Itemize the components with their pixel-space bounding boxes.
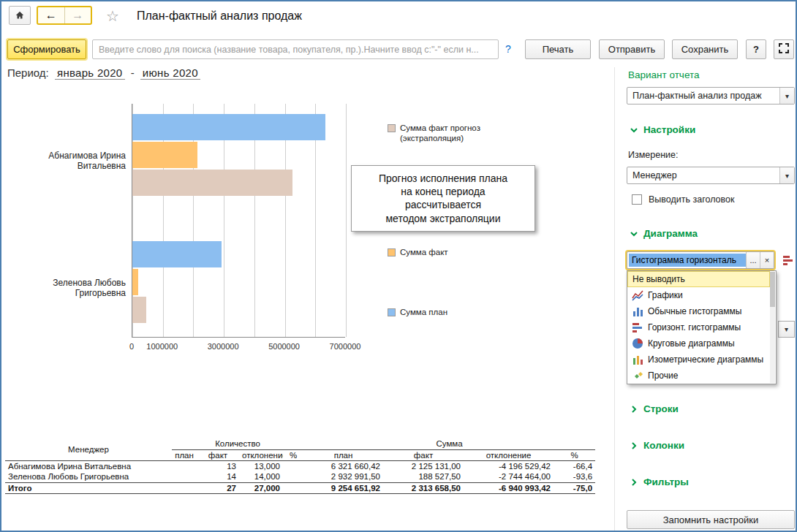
section-filters-label: Фильтры — [643, 476, 689, 487]
section-columns-label: Колонки — [643, 440, 684, 451]
line-chart-icon — [632, 289, 643, 301]
background-dropdown-button[interactable]: ▾ — [778, 321, 795, 338]
hbar-chart-icon — [782, 254, 794, 266]
chevron-down-icon[interactable]: ▾ — [779, 88, 794, 104]
cell-sum-pct: -93,6 — [554, 471, 595, 482]
section-rows-label: Строки — [643, 403, 679, 414]
cell-manager: Абнагимова Ирина Витальевна — [5, 460, 172, 471]
diagram-type-value: Гистограмма горизонталь — [629, 254, 746, 267]
print-button[interactable]: Печать — [525, 39, 591, 59]
group-quantity: Количество — [172, 438, 303, 449]
cell-qty-plan — [172, 460, 197, 471]
period-dash: - — [131, 66, 135, 79]
forward-button[interactable]: → — [65, 7, 91, 23]
popup-item-label: Не выводить — [632, 274, 685, 284]
bar-chart-icon — [632, 305, 643, 317]
section-settings[interactable]: Настройки — [629, 124, 695, 135]
popup-item-label: Прочие — [648, 370, 678, 381]
cell-sum-plan: 6 321 660,42 — [303, 460, 383, 471]
popup-item-hbars[interactable]: Горизонт. гистограммы — [627, 319, 770, 335]
section-settings-label: Настройки — [643, 124, 695, 135]
report-variant-dropdown[interactable]: План-фактный анализ продаж ▾ — [627, 87, 795, 104]
period-label: Период: — [7, 66, 49, 79]
home-icon — [15, 10, 25, 20]
send-button[interactable]: Отправить — [599, 39, 665, 59]
cell-sum-fact: 2 125 131,00 — [383, 460, 464, 471]
popup-item-iso[interactable]: Изометрические диаграммы — [627, 352, 770, 368]
table-row[interactable]: Абнагимова Ирина Витальевна 13 13,000 6 … — [5, 460, 595, 471]
show-title-checkbox[interactable] — [632, 194, 642, 205]
help-button[interactable]: ? — [746, 39, 766, 59]
x-tick-label: 1000000 — [146, 342, 178, 351]
home-button[interactable] — [9, 6, 31, 25]
legend-swatch-plan — [388, 308, 396, 316]
popup-item-none[interactable]: Не выводить — [627, 271, 770, 287]
x-tick-label: 5000000 — [268, 342, 300, 351]
cell-sum-plan: 2 932 991,50 — [303, 471, 383, 482]
cell-qty-dev: 14,000 — [239, 471, 283, 482]
col-qty-plan: план — [172, 449, 197, 460]
popup-item-graphs[interactable]: Графики — [627, 287, 770, 303]
search-input[interactable] — [92, 39, 499, 59]
cell-sum-plan: 9 254 651,92 — [303, 482, 383, 493]
section-diagram-label: Диаграмма — [643, 228, 698, 239]
diagram-type-popup: Не выводить Графики Обычные гистограммы … — [627, 270, 777, 384]
chevron-down-icon — [629, 125, 639, 135]
other-chart-icon — [632, 370, 643, 381]
page-title: План-фактный анализ продаж — [137, 10, 302, 23]
popup-item-other[interactable]: Прочие — [627, 368, 770, 384]
history-nav: ← → — [37, 6, 92, 25]
dimension-label: Измерение: — [628, 150, 678, 160]
remember-settings-button[interactable]: Запомнить настройки — [627, 510, 795, 529]
chart-plot — [132, 104, 345, 338]
cell-qty-fact: 14 — [197, 471, 239, 482]
clear-button[interactable]: × — [760, 252, 774, 268]
cell-manager: Зеленова Любовь Григорьевна — [5, 471, 172, 482]
save-button[interactable]: Сохранить — [672, 39, 738, 59]
group-sum: Сумма — [303, 438, 595, 449]
col-qty-fact: факт — [197, 449, 239, 460]
cell-qty-fact: 27 — [197, 482, 239, 493]
ellipsis-button[interactable]: ... — [746, 252, 760, 268]
scrollbar-thumb[interactable] — [770, 272, 775, 307]
section-diagram[interactable]: Диаграмма — [629, 228, 698, 239]
col-sum-dev: отклонение — [464, 449, 554, 460]
period-to-link[interactable]: июнь 2020 — [140, 66, 200, 80]
search-help-link[interactable]: ? — [505, 43, 511, 55]
legend-item: Сумма план — [388, 307, 510, 317]
favorite-star-icon[interactable]: ☆ — [106, 7, 119, 25]
generate-button[interactable]: Сформировать — [7, 39, 86, 59]
popup-item-label: Горизонт. гистограммы — [648, 322, 741, 332]
app-window: ← → ☆ План-фактный анализ продаж Сформир… — [0, 0, 797, 532]
x-tick-label: 7000000 — [330, 342, 361, 351]
chevron-down-icon — [629, 229, 639, 239]
col-qty-pct: % — [283, 449, 303, 460]
cell-qty-pct — [283, 460, 303, 471]
gridline — [346, 104, 347, 337]
tooltip-line: рассчитывается — [356, 198, 530, 211]
chevron-right-icon — [629, 477, 639, 487]
section-columns[interactable]: Колонки — [629, 440, 684, 451]
cell-qty-plan — [172, 471, 197, 482]
back-button[interactable]: ← — [38, 7, 64, 23]
cell-sum-fact: 2 313 658,50 — [383, 482, 464, 493]
chevron-right-icon — [629, 441, 639, 451]
popup-item-pie[interactable]: Круговые диаграммы — [627, 335, 770, 352]
fullscreen-icon — [779, 43, 789, 53]
popup-item-label: Изометрические диаграммы — [648, 354, 763, 365]
diagram-type-combobox[interactable]: Гистограмма горизонталь ... × — [627, 251, 774, 269]
popup-scrollbar[interactable] — [770, 272, 775, 383]
legend-label: Сумма план — [400, 307, 510, 317]
table-row[interactable]: Зеленова Любовь Григорьевна 14 14,000 2 … — [5, 471, 595, 482]
popup-item-bars[interactable]: Обычные гистограммы — [627, 303, 770, 319]
period-from-link[interactable]: январь 2020 — [55, 66, 125, 80]
pie-chart-icon — [632, 338, 643, 349]
col-sum-fact: факт — [383, 449, 464, 460]
cell-sum-fact: 188 527,50 — [383, 471, 464, 482]
chart-bar — [132, 114, 325, 140]
fullscreen-button[interactable] — [774, 39, 794, 59]
section-rows[interactable]: Строки — [629, 403, 679, 414]
chevron-down-icon[interactable]: ▾ — [779, 167, 794, 183]
section-filters[interactable]: Фильтры — [629, 476, 689, 487]
dimension-dropdown[interactable]: Менеджер ▾ — [627, 167, 795, 184]
